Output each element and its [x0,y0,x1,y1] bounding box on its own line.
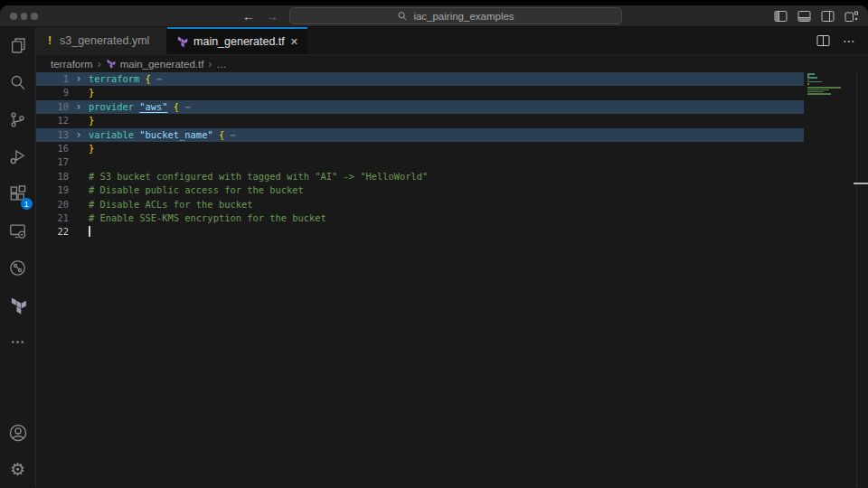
activity-source-control-graph[interactable] [0,249,36,286]
code-line-21[interactable]: 21# Enable SSE-KMS encryption for the bu… [36,211,868,225]
line-number: 21 [36,211,69,225]
toggle-panel-icon[interactable] [797,9,812,23]
text-cursor [89,226,90,237]
fold-chevron-icon[interactable]: › [69,128,89,142]
code-lines: 1›terraform { ⋯9}10›provider "aws" { ⋯12… [36,72,868,239]
line-number: 18 [36,170,69,183]
titlebar: ← → iac_pairing_examples [0,5,868,27]
code-line-12[interactable]: 12} [36,114,868,127]
tab-main-generated-tf[interactable]: main_generated.tf ✕ [167,27,307,54]
terraform-icon [176,35,188,48]
toggle-primary-sidebar-icon[interactable] [773,9,788,23]
tab-label: s3_generated.yml [60,34,149,47]
search-icon [397,11,408,22]
activity-more-views[interactable] [0,324,36,361]
nav-back-icon[interactable]: ← [242,9,255,23]
line-number: 19 [36,183,69,197]
line-number: 20 [36,198,69,211]
line-number: 1 [36,72,69,86]
tab-s3-generated-yml[interactable]: ! s3_generated.yml [36,27,167,54]
search-icon [8,73,27,92]
chevron-right-icon: › [208,58,212,70]
terraform-icon [106,59,116,69]
overview-ruler-scrollbar[interactable] [856,72,868,487]
activity-explorer[interactable] [0,27,36,64]
terraform-icon [9,296,27,314]
remote-explorer-icon [8,221,27,240]
files-icon [8,36,27,55]
close-window-icon[interactable] [10,13,17,20]
line-number: 9 [36,86,69,99]
breadcrumb-item-symbol[interactable]: … [216,59,227,70]
activity-search[interactable] [0,64,36,101]
customize-layout-icon[interactable] [844,9,859,23]
tab-label: main_generated.tf [193,35,285,48]
code-line-13[interactable]: 13›variable "bucket_name" { ⋯ [36,128,868,142]
accounts-button[interactable] [0,415,36,451]
zoom-window-icon[interactable] [31,13,38,20]
chevron-right-icon: › [98,58,101,70]
activity-terraform[interactable] [0,286,36,324]
fold-chevron-icon[interactable]: › [69,72,89,86]
code-line-22[interactable]: 22 [36,225,868,239]
breadcrumb: terraform › main_generated.tf › … [36,55,868,72]
commit-graph-icon [8,258,27,277]
breadcrumb-item-file[interactable]: main_generated.tf [120,59,204,70]
minimize-window-icon[interactable] [21,13,28,20]
line-number: 13 [36,128,69,142]
code-line-20[interactable]: 20# Disable ACLs for the bucket [36,198,868,211]
code-line-9[interactable]: 9} [36,86,868,99]
account-icon [8,423,28,443]
minimap[interactable] [806,73,856,182]
line-number: 10 [36,100,69,114]
activity-run-debug[interactable] [0,138,36,175]
vscode-window: ← → iac_pairing_examples [0,5,868,488]
command-center[interactable]: iac_pairing_examples [289,7,622,24]
gear-icon: ⚙ [10,459,25,480]
yaml-warning-icon: ! [45,34,54,47]
code-line-1[interactable]: 1›terraform { ⋯ [36,72,868,86]
close-tab-icon[interactable]: ✕ [290,36,298,48]
code-line-19[interactable]: 19# Disable public access for the bucket [36,183,868,197]
more-icon [8,333,27,352]
window-controls [10,13,38,20]
code-line-16[interactable]: 16} [36,142,868,155]
tab-bar: ! s3_generated.yml main_generated.tf ✕ ⋯ [36,27,868,55]
line-number: 17 [36,155,69,169]
breadcrumb-item-folder[interactable]: terraform [51,59,93,70]
code-line-10[interactable]: 10›provider "aws" { ⋯ [36,100,868,114]
command-center-text: iac_pairing_examples [413,11,514,22]
cursor-position-marker [854,183,868,184]
fold-chevron-icon[interactable]: › [69,100,89,114]
more-actions-icon[interactable]: ⋯ [843,33,856,48]
source-control-icon [8,110,27,129]
line-number: 16 [36,142,69,155]
line-number: 12 [36,114,69,127]
nav-forward-icon[interactable]: → [266,9,278,23]
run-debug-icon [8,147,27,166]
toggle-secondary-sidebar-icon[interactable] [820,9,835,23]
line-number: 22 [36,225,69,239]
activity-bar: 1 ⚙ [0,27,36,487]
activity-remote-explorer[interactable] [0,212,36,249]
settings-button[interactable]: ⚙ [0,451,36,487]
activity-source-control[interactable] [0,101,36,138]
code-line-17[interactable]: 17 [36,155,868,169]
extensions-badge: 1 [21,198,33,210]
code-line-18[interactable]: 18# S3 bucket configured with tagged wit… [36,170,868,183]
activity-extensions[interactable]: 1 [0,175,36,212]
split-editor-icon[interactable] [816,33,831,48]
editor[interactable]: 1›terraform { ⋯9}10›provider "aws" { ⋯12… [36,72,868,487]
